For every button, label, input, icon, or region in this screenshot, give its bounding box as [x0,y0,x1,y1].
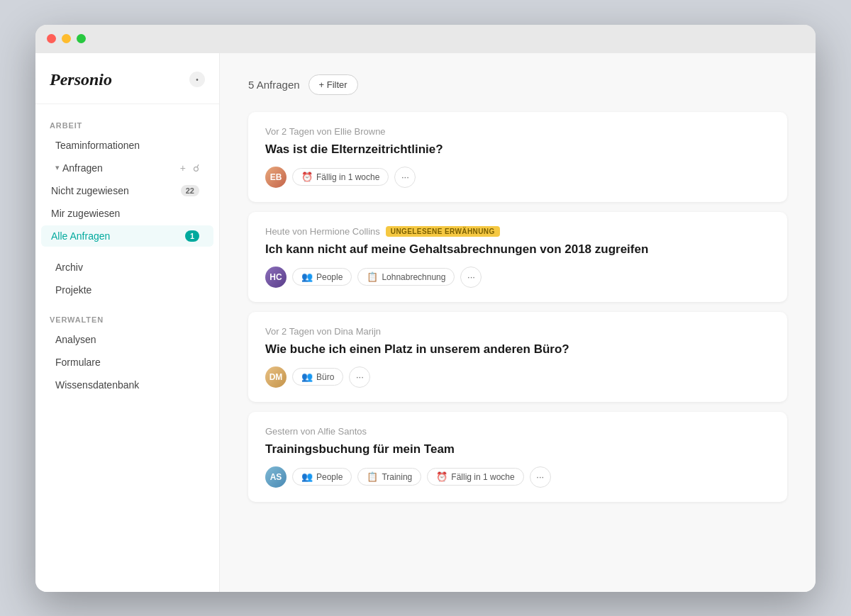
sidebar-item-analysen[interactable]: Analysen [41,329,213,350]
card-3-meta: Vor 2 Tagen von Dina Marijn [265,326,770,337]
more-button-1[interactable]: ··· [394,167,416,188]
people-icon-4: 👥 [301,471,313,482]
avatar-dina-initials: DM [269,372,283,382]
avatar-hermione-initials: HC [269,272,282,282]
sidebar-item-alle-anfragen[interactable]: Alle Anfragen 1 [41,225,213,247]
close-dot[interactable] [47,34,56,43]
card-4-footer: AS 👥 People 📋 Training ⏰ Fällig in 1 woc… [265,466,770,488]
tag-training-4[interactable]: 📋 Training [357,468,421,486]
tag-people-2[interactable]: 👥 People [292,268,352,286]
logo-text: Personio [50,70,112,89]
clock-icon-4: ⏰ [436,471,447,482]
main-content: 5 Anfragen + Filter Vor 2 Tagen von Elli… [220,53,816,592]
unread-badge: UNGELESENE ERWÄHNUNG [386,226,500,237]
anfragen-actions: + ☌ [180,162,199,174]
card-1-footer: EB ⏰ Fällig in 1 woche ··· [265,167,770,188]
anfrage-card-1[interactable]: Vor 2 Tagen von Ellie Browne Was ist die… [248,112,787,202]
tag-fällig-1-label: Fällig in 1 woche [316,172,379,182]
filter-label: + Filter [319,79,347,90]
tag-people-4[interactable]: 👥 People [292,468,352,486]
alle-anfragen-badge: 1 [185,230,199,242]
more-button-2[interactable]: ··· [460,267,482,288]
sidebar-item-wissensdatenbank[interactable]: Wissensdatenbank [41,374,213,396]
projekte-label: Projekte [55,284,91,296]
card-3-title: Wie buche ich einen Platz in unserem and… [265,342,770,357]
tag-training-4-label: Training [382,472,412,482]
anfragen-label[interactable]: Anfragen [62,162,180,174]
sidebar: Personio • ARBEIT Teaminformationen ▾ An… [35,53,220,592]
sidebar-item-formulare[interactable]: Formulare [41,352,213,373]
nicht-zugewiesen-badge: 22 [181,185,199,196]
logo-menu-dot[interactable]: • [189,72,205,87]
anfrage-card-3[interactable]: Vor 2 Tagen von Dina Marijn Wie buche ic… [248,312,787,402]
app-body: Personio • ARBEIT Teaminformationen ▾ An… [35,53,816,592]
card-4-title: Trainingsbuchung für mein Team [265,442,770,457]
mir-zugewiesen-label: Mir zugewiesen [51,208,120,219]
maximize-dot[interactable] [77,34,86,43]
formulare-label: Formulare [55,357,101,368]
doc-icon-4: 📋 [367,471,378,482]
avatar-ellie: EB [265,167,287,188]
sidebar-item-teaminformationen[interactable]: Teaminformationen [41,135,213,156]
people-icon-2: 👥 [301,271,313,282]
more-button-3[interactable]: ··· [349,366,370,388]
card-2-meta-text: Heute von Hermione Collins [265,226,380,237]
avatar-dina: DM [265,366,287,388]
anfragen-add-icon[interactable]: + [180,162,186,174]
card-1-title: Was ist die Elternzeitrichtlinie? [265,142,770,157]
anfragen-row: ▾ Anfragen + ☌ [41,157,213,179]
section-label-verwalten: VERWALTEN [35,310,219,328]
tag-fällig-1[interactable]: ⏰ Fällig in 1 woche [292,168,389,186]
avatar-ellie-initials: EB [270,172,282,182]
card-3-meta-text: Vor 2 Tagen von Dina Marijn [265,326,381,337]
section-label-arbeit: ARBEIT [35,116,219,134]
sidebar-logo: Personio • [35,53,219,104]
card-2-meta: Heute von Hermione Collins UNGELESENE ER… [265,226,770,237]
filter-button[interactable]: + Filter [308,74,358,95]
doc-icon-2: 📋 [367,271,378,282]
anfragen-count: 5 Anfragen [248,79,300,91]
tag-people-2-label: People [316,272,343,282]
tag-büro-3-label: Büro [316,372,334,382]
sidebar-item-archiv[interactable]: Archiv [41,257,213,278]
anfragen-search-icon[interactable]: ☌ [193,162,199,174]
card-1-meta-text: Vor 2 Tagen von Ellie Browne [265,126,386,137]
tag-lohn-2-label: Lohnabrechnung [382,272,445,282]
tag-fällig-4-label: Fällig in 1 woche [451,472,514,482]
app-window: Personio • ARBEIT Teaminformationen ▾ An… [35,25,816,592]
avatar-hermione: HC [265,267,287,288]
nicht-zugewiesen-label: Nicht zugewiesen [51,185,129,196]
tag-lohn-2[interactable]: 📋 Lohnabrechnung [357,268,455,286]
wissensdatenbank-label: Wissensdatenbank [55,379,139,391]
sidebar-item-nicht-zugewiesen[interactable]: Nicht zugewiesen 22 [41,180,213,201]
tag-fällig-4[interactable]: ⏰ Fällig in 1 woche [427,468,523,486]
titlebar [35,25,816,53]
tag-people-4-label: People [316,472,343,482]
card-4-meta: Gestern von Alfie Santos [265,426,770,437]
people-icon-3: 👥 [301,371,313,382]
card-2-title: Ich kann nicht auf meine Gehaltsabrechnu… [265,242,770,257]
card-1-meta: Vor 2 Tagen von Ellie Browne [265,126,770,137]
sidebar-item-mir-zugewiesen[interactable]: Mir zugewiesen [41,203,213,224]
avatar-alfie: AS [265,466,287,488]
clock-icon-1: ⏰ [301,172,313,182]
card-4-meta-text: Gestern von Alfie Santos [265,426,367,437]
card-3-footer: DM 👥 Büro ··· [265,366,770,388]
minimize-dot[interactable] [62,34,71,43]
teaminformationen-label: Teaminformationen [55,140,140,151]
avatar-alfie-initials: AS [270,472,282,482]
alle-anfragen-label: Alle Anfragen [51,230,110,242]
page-header: 5 Anfragen + Filter [248,74,787,95]
card-2-footer: HC 👥 People 📋 Lohnabrechnung ··· [265,267,770,288]
anfrage-card-2[interactable]: Heute von Hermione Collins UNGELESENE ER… [248,212,787,302]
anfrage-card-4[interactable]: Gestern von Alfie Santos Trainingsbuchun… [248,412,787,502]
tag-büro-3[interactable]: 👥 Büro [292,368,343,386]
anfragen-toggle-icon[interactable]: ▾ [55,163,60,172]
more-button-4[interactable]: ··· [530,466,551,488]
sidebar-item-projekte[interactable]: Projekte [41,279,213,301]
archiv-label: Archiv [55,262,83,273]
analysen-label: Analysen [55,334,96,345]
